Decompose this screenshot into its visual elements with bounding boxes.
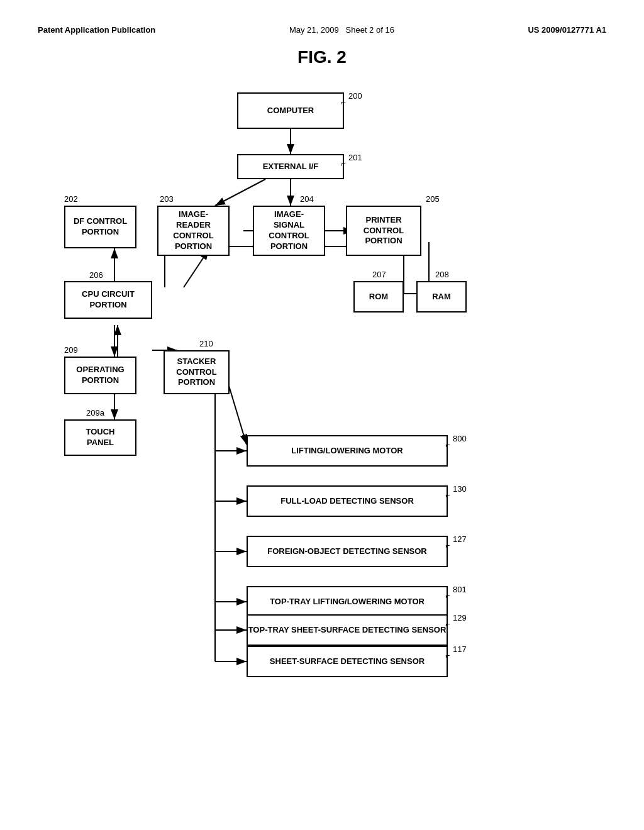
ref-130: 130	[453, 484, 467, 494]
computer-box: COMPUTER	[237, 92, 344, 129]
operating-box: OPERATING PORTION	[64, 357, 136, 394]
ref-210: 210	[199, 339, 213, 348]
sheet-surface-box: SHEET-SURFACE DETECTING SENSOR	[247, 646, 448, 677]
printer-control-box: PRINTER CONTROL PORTION	[346, 206, 421, 256]
foreign-object-box: FOREIGN-OBJECT DETECTING SENSOR	[247, 536, 448, 567]
svg-line-5	[215, 179, 265, 206]
ref-206: 206	[89, 270, 103, 280]
external-if-box: EXTERNAL I/F	[237, 154, 344, 179]
ref-205: 205	[426, 194, 440, 204]
ram-box: RAM	[416, 281, 467, 313]
ref-200-bracket: ⌐	[341, 97, 346, 107]
ref-129-bracket: ⌐	[445, 619, 450, 629]
page: Patent Application Publication May 21, 2…	[0, 0, 644, 830]
ref-800-bracket: ⌐	[445, 440, 450, 450]
cpu-circuit-box: CPU CIRCUIT PORTION	[64, 281, 152, 319]
image-signal-box: IMAGE- SIGNAL CONTROL PORTION	[253, 206, 325, 256]
diagram: COMPUTER 200 ⌐ EXTERNAL I/F 201 ⌐ DF CON…	[52, 86, 592, 765]
ref-129: 129	[453, 613, 467, 622]
svg-line-25	[228, 382, 247, 445]
ref-130-bracket: ⌐	[445, 490, 450, 500]
header-center: May 21, 2009 Sheet 2 of 16	[289, 25, 394, 35]
df-control-box: DF CONTROL PORTION	[64, 206, 136, 248]
top-tray-motor-box: TOP-TRAY LIFTING/LOWERING MOTOR	[247, 586, 448, 617]
full-load-box: FULL-LOAD DETECTING SENSOR	[247, 485, 448, 517]
ref-201-bracket: ⌐	[341, 159, 346, 169]
ref-801-bracket: ⌐	[445, 591, 450, 600]
page-header: Patent Application Publication May 21, 2…	[38, 25, 606, 35]
ref-117-bracket: ⌐	[445, 651, 450, 660]
stacker-control-box: STACKER CONTROL PORTION	[164, 350, 230, 394]
ref-800: 800	[453, 434, 467, 443]
ref-209: 209	[64, 345, 78, 355]
ref-201: 201	[348, 153, 362, 162]
header-left: Patent Application Publication	[38, 25, 155, 35]
header-right: US 2009/0127771 A1	[528, 25, 606, 35]
ref-209a: 209a	[86, 408, 104, 418]
ref-208: 208	[435, 270, 449, 279]
touch-panel-box: TOUCH PANEL	[64, 419, 136, 456]
ref-127-bracket: ⌐	[445, 541, 450, 550]
ref-801: 801	[453, 585, 467, 594]
ref-204: 204	[300, 194, 314, 204]
figure-title: FIG. 2	[38, 47, 606, 67]
ref-117: 117	[453, 645, 467, 654]
ref-203: 203	[160, 194, 174, 204]
ref-127: 127	[453, 534, 467, 544]
top-tray-sensor-box: TOP-TRAY SHEET-SURFACE DETECTING SENSOR	[247, 614, 448, 646]
ref-202: 202	[64, 194, 78, 204]
rom-box: ROM	[353, 281, 404, 313]
ref-207: 207	[372, 270, 386, 279]
ref-200: 200	[348, 91, 362, 101]
lifting-motor-box: LIFTING/LOWERING MOTOR	[247, 435, 448, 467]
image-reader-box: IMAGE- READER CONTROL PORTION	[157, 206, 230, 256]
